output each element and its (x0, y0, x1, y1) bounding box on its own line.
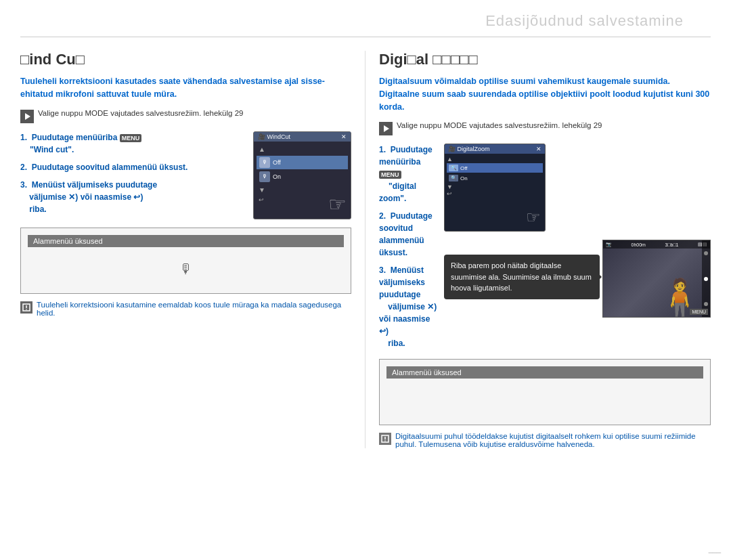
page-title: Edasijõudnud salvestamine (20, 0, 711, 37)
left-section-title: □ind Cu□ (20, 51, 351, 68)
page-number: ___ (709, 545, 721, 553)
step-2: 2. Puudutage soovitud alammenüü üksust. (20, 161, 246, 173)
right-submenu-title: Alammenüü üksused (386, 366, 703, 379)
svg-marker-0 (25, 113, 30, 120)
digital-menu-on: 🔍 On (447, 173, 543, 183)
zoom-bar (702, 240, 710, 317)
left-mode-note: Valige nuppu MODE vajutades salvestusrež… (20, 109, 351, 123)
info-icon-right (379, 433, 391, 445)
left-highlight: Tuuleheli korrektsiooni kasutades saate … (20, 75, 351, 101)
left-submenu-box: Alammenüü üksused 🎙 (20, 228, 351, 294)
menu-item-on: 🎙 On (257, 170, 348, 184)
digital-menu-title: 🎥 DigitalZoom ✕ (445, 144, 545, 154)
digital-menu-off: 🔍 Off (447, 163, 543, 173)
right-steps-area: 1. Puudutage menüüriba MENU "digital zoo… (379, 144, 711, 355)
right-screenshots: 🎥 DigitalZoom ✕ ▲ 🔍 Off 🔍 On (444, 144, 711, 355)
left-section: □ind Cu□ Tuuleheli korrektsiooni kasutad… (20, 51, 366, 448)
right-step-3: 3. Menüüst väljumiseks puudutage väljumi… (379, 264, 437, 349)
right-submenu-content (386, 384, 703, 418)
mode-icon-right (379, 122, 393, 135)
svg-marker-4 (384, 125, 389, 132)
finger-icon-right: ☞ (526, 208, 541, 227)
zoom-dot-2 (704, 302, 708, 306)
left-steps: 1. Puudutage menüüriba MENU "Wind cut". … (20, 131, 246, 221)
close-icon: ✕ (341, 133, 347, 140)
right-section: Digi□al □□□□□ Digitaalsuum võimaldab opt… (366, 51, 711, 448)
right-mode-note: Valige nuppu MODE vajutades salvestusrež… (379, 121, 711, 135)
camera-preview: 📷 0h00m 3□b□1 ▤▤ 🧍 MENU (602, 240, 711, 318)
left-submenu-content: 🎙 (28, 253, 344, 286)
right-section-title: Digi□al □□□□□ (379, 51, 711, 68)
right-submenu-box: Alammenüü üksused (379, 359, 711, 425)
camera-area: Riba parem pool näitab digitaalse suumim… (444, 236, 711, 318)
right-step-2: 2. Puudutage soovitud alammenüü üksust. (379, 210, 437, 259)
right-highlight: Digitaalsuum võimaldab optilise suumi va… (379, 75, 711, 113)
windcut-menu-screenshot: 🎥 WindCut ✕ ▲ 🎙 Off 🎙 On (253, 131, 351, 219)
right-info: Digitaalsuumi puhul töödeldakse kujutist… (379, 432, 711, 448)
menu-item-off: 🎙 Off (257, 156, 348, 169)
right-steps: 1. Puudutage menüüriba MENU "digital zoo… (379, 144, 437, 355)
microphone-icon: 🎙 (179, 261, 193, 277)
camera-time: 0h00m (631, 242, 645, 247)
menu-title-bar: 🎥 WindCut ✕ (254, 132, 351, 142)
warning-icon-left (20, 301, 32, 314)
digital-zoom-menu: 🎥 DigitalZoom ✕ ▲ 🔍 Off 🔍 On (444, 144, 546, 232)
camera-ui-top: 📷 0h00m 3□b□1 ▤▤ (603, 240, 710, 249)
close-icon-right: ✕ (536, 146, 541, 152)
tooltip-bubble: Riba parem pool näitab digitaalse suumim… (444, 255, 600, 299)
zoom-dot (704, 251, 708, 255)
camera-counter: 3□b□1 (665, 242, 678, 247)
finger-icon: ☞ (328, 192, 347, 216)
right-step-1: 1. Puudutage menüüriba MENU "digital zoo… (379, 144, 437, 204)
svg-point-7 (384, 440, 386, 441)
svg-point-3 (26, 309, 27, 310)
left-steps-area: 1. Puudutage menüüriba MENU "Wind cut". … (20, 131, 351, 221)
step-3: 3. Menüüst väljumiseks puudutage väljumi… (20, 179, 246, 215)
zoom-dot-active (704, 277, 708, 281)
left-warning: Tuuleheli korrektsiooni kasutamine eemal… (20, 301, 351, 317)
left-submenu-title: Alammenüü üksused (28, 235, 344, 247)
step-1: 1. Puudutage menüüriba MENU "Wind cut". (20, 131, 246, 156)
camera-menu-btn: MENU (690, 309, 708, 315)
mode-icon-left (20, 110, 34, 123)
